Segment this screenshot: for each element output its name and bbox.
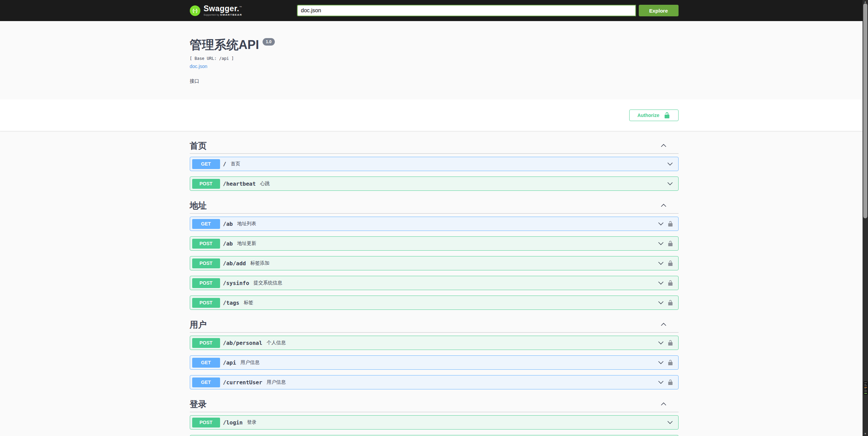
logo-title: Swagger.™ (204, 5, 242, 13)
method-badge: GET (192, 159, 220, 169)
unlock-icon (664, 112, 670, 119)
method-badge: POST (192, 239, 220, 249)
operation-path: / (223, 161, 227, 167)
operation-summary: 地址列表 (237, 221, 256, 227)
page-title: 管理系统API 1.0 (190, 37, 679, 53)
chevron-down-icon (657, 240, 664, 247)
operation-row[interactable]: POST /heartbeat 心跳 (190, 177, 679, 191)
scheme-container: Authorize (0, 99, 868, 131)
chevron-down-icon (657, 299, 664, 306)
operation-path: /login (223, 419, 243, 426)
authorize-button[interactable]: Authorize (629, 110, 679, 121)
chevron-down-icon (667, 419, 673, 426)
operation-row[interactable]: POST /login 登录 (190, 415, 679, 430)
section-title: 用户 (190, 319, 207, 330)
trademark-symbol: ™ (239, 6, 242, 9)
operation-path: /tags (223, 300, 239, 306)
scroll-down-arrow[interactable]: ▼ (863, 433, 868, 435)
authorize-label: Authorize (637, 113, 660, 118)
lock-icon[interactable] (667, 359, 673, 366)
section-header[interactable]: 登录 (190, 396, 679, 412)
operation-summary: 标签添加 (250, 260, 269, 266)
api-info-section: 管理系统API 1.0 [ Base URL: /api ] doc.json … (0, 21, 868, 99)
operation-list: GET / 首页 POST /heartbeat 心跳 (190, 157, 679, 191)
api-description: 接口 (190, 78, 679, 84)
method-badge: POST (192, 418, 220, 427)
operation-row[interactable]: GET /ab 地址列表 (190, 217, 679, 231)
scrollbar-track[interactable]: ▲ ▼ (863, 0, 868, 436)
operation-path: /currentUser (223, 379, 263, 386)
operation-row[interactable]: POST /ab/personal 个人信息 (190, 336, 679, 350)
operation-summary: 用户信息 (240, 359, 260, 366)
base-url: [ Base URL: /api ] (190, 56, 679, 61)
section-header[interactable]: 首页 (190, 138, 679, 154)
operation-list: POST /login 登录 POST /loginCaptcha 登录验证 (190, 415, 679, 436)
scroll-up-arrow[interactable]: ▲ (863, 1, 868, 3)
lock-icon[interactable] (667, 379, 673, 385)
method-badge: POST (192, 298, 220, 308)
lock-icon[interactable] (667, 300, 673, 306)
chevron-down-icon (667, 180, 673, 187)
method-badge: GET (192, 378, 220, 387)
method-badge: POST (192, 338, 220, 348)
chevron-down-icon (657, 260, 664, 267)
method-badge: POST (192, 258, 220, 268)
chevron-up-icon (660, 202, 667, 209)
operation-summary: 用户信息 (267, 379, 286, 385)
api-section: 地址 GET /ab 地址列表 POST /ab 地址更新 POST /ab/a (190, 196, 679, 310)
operation-row[interactable]: GET /currentUser 用户信息 (190, 375, 679, 389)
operation-path: /api (223, 359, 236, 366)
lock-icon[interactable] (667, 221, 673, 227)
operation-path: /sysinfo (223, 280, 249, 286)
explore-form: Explore (297, 0, 679, 21)
operation-path: /heartbeat (223, 181, 256, 187)
operation-path: /ab/add (223, 260, 246, 267)
swagger-logo-icon: {··} (190, 5, 200, 16)
operation-summary: 心跳 (260, 181, 270, 187)
method-badge: POST (192, 278, 220, 288)
scrollbar-thumb[interactable] (863, 3, 867, 218)
section-title: 地址 (190, 200, 207, 211)
version-badge: 1.0 (263, 38, 275, 46)
operation-summary: 首页 (231, 161, 240, 167)
operation-row[interactable]: GET /api 用户信息 (190, 355, 679, 370)
lock-icon[interactable] (667, 340, 673, 346)
method-badge: GET (192, 358, 220, 368)
operation-list: GET /ab 地址列表 POST /ab 地址更新 POST /ab/add … (190, 217, 679, 310)
spec-url-input[interactable] (297, 5, 636, 16)
section-title: 首页 (190, 140, 207, 151)
section-title: 登录 (190, 399, 207, 409)
minimap-widget (864, 381, 868, 395)
operation-list: POST /ab/personal 个人信息 GET /api 用户信息 GET… (190, 336, 679, 389)
chevron-down-icon (657, 280, 664, 286)
chevron-down-icon (667, 161, 673, 167)
operation-summary: 地址更新 (237, 240, 256, 247)
lock-icon[interactable] (667, 240, 673, 247)
chevron-up-icon (660, 142, 667, 149)
operation-row[interactable]: POST /tags 标签 (190, 296, 679, 310)
method-badge: POST (192, 179, 220, 189)
section-header[interactable]: 用户 (190, 317, 679, 333)
swagger-logo[interactable]: {··} Swagger.™ Supported by SMARTBEAR (190, 5, 242, 16)
api-section: 登录 POST /login 登录 POST /loginCaptcha 登录验… (190, 395, 679, 436)
lock-icon[interactable] (667, 260, 673, 266)
operation-path: /ab/personal (223, 340, 263, 346)
operation-row[interactable]: POST /sysinfo 提交系统信息 (190, 276, 679, 290)
operation-row[interactable]: POST /ab 地址更新 (190, 236, 679, 251)
topbar: {··} Swagger.™ Supported by SMARTBEAR Ex… (0, 0, 868, 21)
operations: 首页 GET / 首页 POST /heartbeat 心跳 地址 (0, 131, 868, 436)
chevron-down-icon (657, 220, 664, 227)
chevron-down-icon (657, 339, 664, 346)
operation-row[interactable]: GET / 首页 (190, 157, 679, 171)
explore-button[interactable]: Explore (639, 5, 679, 16)
operation-row[interactable]: POST /ab/add 标签添加 (190, 256, 679, 270)
operation-summary: 提交系统信息 (254, 280, 282, 286)
operation-summary: 登录 (247, 419, 256, 425)
operation-summary: 个人信息 (267, 340, 286, 346)
lock-icon[interactable] (667, 280, 673, 286)
section-header[interactable]: 地址 (190, 198, 679, 214)
chevron-down-icon (657, 359, 664, 366)
operation-summary: 标签 (244, 300, 253, 306)
api-section: 用户 POST /ab/personal 个人信息 GET /api 用户信息 … (190, 315, 679, 389)
spec-link[interactable]: doc.json (190, 64, 207, 69)
